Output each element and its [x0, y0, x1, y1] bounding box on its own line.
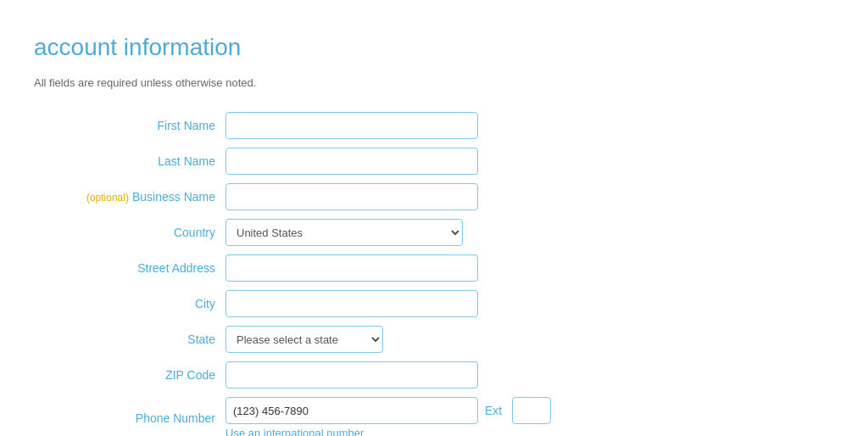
country-select[interactable]: United StatesCanadaUnited KingdomAustral… — [225, 219, 463, 246]
page-title: account information — [34, 34, 834, 61]
business-name-row: (optional)Business Name — [68, 179, 556, 215]
first-name-input[interactable] — [225, 112, 478, 139]
phone-number-row: Phone Number Ext Use an international nu… — [68, 393, 556, 436]
last-name-input[interactable] — [225, 148, 478, 175]
zip-code-row: ZIP Code — [68, 357, 556, 393]
last-name-input-cell — [220, 143, 556, 179]
fields-note: All fields are required unless otherwise… — [34, 76, 834, 89]
business-name-input[interactable] — [225, 183, 478, 210]
street-address-label: Street Address — [68, 250, 220, 286]
first-name-label: First Name — [68, 108, 220, 143]
phone-row-container: Ext — [225, 397, 551, 424]
country-row: Country United StatesCanadaUnited Kingdo… — [68, 215, 556, 250]
street-address-input[interactable] — [225, 254, 478, 282]
business-name-input-cell — [220, 179, 556, 215]
city-row: City — [68, 286, 556, 321]
state-row: State Please select a stateAlabamaAlaska… — [68, 321, 556, 357]
phone-number-label: Phone Number — [68, 393, 220, 436]
page-container: account information All fields are requi… — [0, 0, 868, 436]
phone-number-input[interactable] — [225, 397, 478, 424]
street-address-input-cell — [220, 250, 556, 286]
country-label: Country — [68, 215, 220, 250]
phone-number-input-cell: Ext Use an international number — [220, 393, 556, 436]
account-form: First Name Last Name (optional)Business … — [68, 108, 556, 436]
state-select-cell: Please select a stateAlabamaAlaskaArizon… — [220, 321, 556, 357]
street-address-row: Street Address — [68, 250, 556, 286]
country-select-cell: United StatesCanadaUnited KingdomAustral… — [220, 215, 556, 250]
city-label: City — [68, 286, 220, 321]
international-number-link[interactable]: Use an international number — [225, 427, 551, 436]
zip-code-input[interactable] — [225, 361, 478, 388]
city-input-cell — [220, 286, 556, 321]
ext-label: Ext — [485, 404, 502, 417]
last-name-label: Last Name — [68, 143, 220, 179]
first-name-row: First Name — [68, 108, 556, 143]
optional-tag: (optional) — [86, 192, 129, 204]
state-label: State — [68, 321, 220, 357]
zip-code-label: ZIP Code — [68, 357, 220, 393]
city-input[interactable] — [225, 290, 478, 317]
last-name-row: Last Name — [68, 143, 556, 179]
zip-code-input-cell — [220, 357, 556, 393]
ext-input[interactable] — [512, 397, 551, 424]
state-select[interactable]: Please select a stateAlabamaAlaskaArizon… — [225, 326, 383, 353]
first-name-input-cell — [220, 108, 556, 143]
business-name-label: (optional)Business Name — [68, 179, 220, 215]
